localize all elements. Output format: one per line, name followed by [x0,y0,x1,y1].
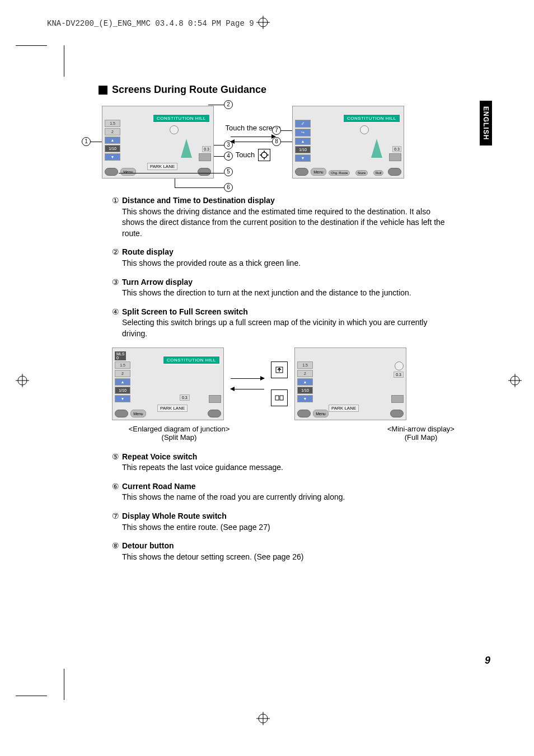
item-desc: This shows the detour setting screen. (S… [122,552,448,563]
caption-row: <Enlarged diagram of junction> (Split Ma… [123,425,477,442]
item-number: ③ [112,277,122,288]
road-label-bottom: PARK LANE [157,405,188,412]
registration-mark-icon [256,16,270,29]
gps-icon [360,125,369,134]
registration-mark-icon [256,712,270,725]
item-number: ② [112,247,122,258]
gps-icon [170,125,179,134]
arrow-right-icon [231,137,275,137]
detour-button-icon: ↪ [295,129,311,137]
list-item: ⑦Display Whole Route switch This shows t… [112,511,448,533]
figure-row-2: CONSTITUTION HILL MLS0 1.5 2 ▲ 1/10 ▼ 0.… [112,348,490,420]
zoom-down-icon: ▼ [295,154,311,162]
registration-mark-icon [508,374,522,387]
item-desc: This shows the name of the road you are … [122,492,448,503]
caption-left: <Enlarged diagram of junction> (Split Ma… [123,425,235,442]
roll-button: Roll [373,170,383,176]
page-number: 9 [485,655,490,666]
svg-rect-14 [275,396,279,400]
svg-point-12 [261,152,267,158]
voice-button-icon [198,168,211,176]
arrow-left-icon [231,142,275,142]
item-number: ① [112,195,122,206]
zoom-up-icon: ▲ [297,378,313,386]
item-desc: This shows the driving distance and the … [122,206,448,240]
map-screenshot-split-enlarged: CONSTITUTION HILL MLS0 1.5 2 ▲ 1/10 ▼ 0.… [112,348,224,420]
map-screenshot-split: CONSTITUTION HILL 1.5 2 ▲ 1/10 ▼ 0.3 PAR… [102,106,214,179]
item-title: Current Road Name [122,482,195,491]
zoom-down-icon: ▼ [297,395,313,402]
route-arrow-icon [181,139,192,158]
item-number: ⑦ [112,511,122,522]
caption-right: <Mini-arrow display> (Full Map) [365,425,477,442]
road-label-top: CONSTITUTION HILL [163,356,220,364]
item-title: Repeat Voice switch [122,452,197,461]
repeat-voice-button-icon [115,410,128,417]
voice-button-icon [388,168,401,176]
road-label-bottom: PARK LANE [329,405,359,412]
whole-route-button-icon: ⤢ [295,120,311,128]
distance-value: 1/10 [295,146,311,153]
repeat-voice-button-icon [105,168,118,176]
zoom-up-icon: ▲ [105,137,120,144]
item-title: Detour button [122,541,174,550]
item-number: ⑥ [112,481,122,492]
road-label-top: CONSTITUTION HILL [343,114,400,123]
scale-value: 2 [105,128,120,135]
distance-value: 1/10 [115,387,130,394]
callout-5: 5 [224,167,233,176]
list-item: ⑤Repeat Voice switch This repeats the la… [112,452,448,473]
item-desc: Selecting this switch brings up a full s… [122,317,448,339]
fullscreen-up-icon [271,361,288,378]
crop-mark [64,45,64,77]
distance-value: 1/10 [105,145,120,152]
caption-text: (Full Map) [365,433,477,442]
callout-1: 1 [82,137,91,146]
crop-mark [16,696,47,696]
crop-mark [16,45,47,46]
svg-rect-15 [280,396,283,400]
scale-value: 1.5 [105,120,120,127]
map-screenshot-touched: CONSTITUTION HILL ⤢ ↪ ▲ 1/10 ▼ 0.3 Menu … [292,106,404,179]
junction-distance: 0.3 [394,372,404,378]
callout-2: 2 [224,100,233,109]
menu-button: Menu [120,168,136,176]
scale-value: 2 [115,370,130,377]
zoom-down-icon: ▼ [115,395,130,402]
junction-distance: 0.3 [392,146,401,152]
road-label-top: CONSTITUTION HILL [153,114,210,123]
callout-4: 4 [224,152,233,161]
crop-mark [64,669,64,700]
arrow-left-icon [231,389,264,389]
callout-8: 8 [272,137,281,146]
scale-value: 1.5 [115,361,130,369]
menu-button: Menu [313,410,329,417]
item-number: ⑧ [112,541,122,552]
section-marker-icon [99,86,107,95]
zoom-up-icon: ▲ [115,378,130,386]
split-full-switch-icon [209,395,221,403]
callout-6: 6 [224,183,233,192]
callout-7: 7 [272,126,281,135]
info-side-panel: 1.5 2 ▲ 1/10 ▼ [297,361,313,402]
list-item: ①Distance and Time to Destination displa… [112,195,448,239]
split-full-switch-icon [389,153,401,161]
repeat-voice-button-icon [295,168,308,176]
map-screenshot-full-miniarrow: 1.5 2 ▲ 1/10 ▼ 0.3 PARK LANE Menu [294,348,406,420]
touch-label: Touch [236,151,255,159]
splitscreen-icon [271,389,288,406]
switch-icons-column [271,361,288,406]
caption-text: <Enlarged diagram of junction> [123,425,235,433]
item-title: Split Screen to Full Screen switch [122,307,248,316]
route-arrow-icon [371,139,382,158]
caption-text: <Mini-arrow display> [365,425,477,433]
road-label-bottom: PARK LANE [147,163,177,170]
registration-mark-icon [16,374,29,387]
info-side-panel: 1.5 2 ▲ 1/10 ▼ [115,361,130,402]
voice-button-icon [208,410,221,417]
list-item: ④Split Screen to Full Screen switch Sele… [112,307,448,340]
figure-row-1: 1 CONSTITUTION HILL 1.5 2 ▲ 1/10 ▼ 0.3 P… [102,106,490,179]
zoom-down-icon: ▼ [105,153,120,161]
distance-value: 1/10 [297,387,313,394]
item-list-2: ⑤Repeat Voice switch This repeats the la… [112,452,448,563]
